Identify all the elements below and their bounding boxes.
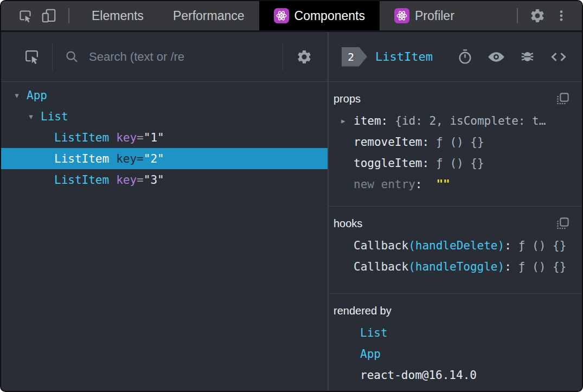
devtools-tabbar: Elements Performance Components [1,1,582,32]
owner-link-app[interactable]: App [334,343,574,364]
log-to-console-button[interactable] [519,48,536,65]
selected-component-name: ListItem [375,50,433,63]
search-icon [65,49,79,64]
select-element-button[interactable] [17,32,46,81]
component-name: List [41,110,68,123]
prop-row-new-entry[interactable]: new entry: "" [334,173,574,195]
prop-row-toggleitem: toggleItem: ƒ () {} [334,152,574,173]
tree-toolbar [1,32,328,82]
rendered-by-section: rendered by List App react-dom@16.14.0 [329,294,582,391]
copy-props-button[interactable] [555,92,570,106]
components-panel: ▾ App ▾ List ListItem key="1" ListItem k… [1,32,582,391]
tabbar-divider [517,8,518,23]
toolbar-divider [283,43,283,70]
details-pane: 2 ListItem [329,32,582,391]
key-attribute: key="1" [116,131,164,144]
owner-link-list[interactable]: List [334,322,574,343]
details-header: 2 ListItem [329,32,582,82]
more-options-button[interactable] [549,1,573,30]
expand-arrow-icon[interactable]: ▾ [27,112,35,121]
prop-value: ƒ () {} [436,157,484,170]
details-actions [457,48,568,66]
stopwatch-icon [457,48,473,65]
inspect-cursor-icon [18,9,33,23]
gear-icon [296,49,312,65]
inspect-dom-button[interactable] [487,48,505,66]
key-attribute: key="3" [116,173,164,187]
tab-performance[interactable]: Performance [158,1,259,30]
component-name: ListItem [54,173,109,187]
props-title: props [334,93,361,105]
hook-row-handletoggle: Callback(handleToggle): ƒ () {} [334,256,574,277]
owners-stack-badge[interactable]: 2 [342,47,367,67]
component-name: ListItem [54,152,109,165]
copy-hooks-button[interactable] [555,216,570,231]
kebab-menu-icon [554,9,568,23]
hooks-title: hooks [334,217,362,230]
component-name: App [27,89,47,102]
copy-icon [555,216,570,231]
devtools-window: Elements Performance Components [0,0,583,392]
tabbar-icon-group [1,1,77,30]
inspect-element-button[interactable] [13,1,37,30]
inspect-cursor-icon [23,48,40,65]
tabbar-right-group [509,1,582,30]
tab-elements[interactable]: Elements [77,1,158,30]
code-brackets-icon [549,48,568,66]
tab-label: Profiler [415,9,454,23]
tab-label: Elements [92,9,144,23]
prop-value: {id: 2, isComplete: t… [395,114,546,127]
renderer-version: react-dom@16.14.0 [334,364,574,385]
gear-icon [529,8,546,24]
key-attribute: key="2" [116,152,164,165]
suspend-toggle-button[interactable] [457,48,473,65]
tree-row-list[interactable]: ▾ List [1,106,328,127]
expand-arrow-icon[interactable]: ▸ [341,116,354,126]
tab-profiler[interactable]: Profiler [380,1,469,30]
device-toolbar-button[interactable] [37,1,61,30]
view-source-button[interactable] [549,48,568,66]
tree-row-app[interactable]: ▾ App [1,85,328,106]
bug-icon [519,48,536,65]
expand-arrow-icon[interactable]: ▾ [13,91,21,100]
props-section: props [329,82,582,207]
copy-icon [555,92,570,106]
tab-components[interactable]: Components [259,1,380,30]
react-icon [274,8,289,23]
prop-row-removeitem: removeItem: ƒ () {} [334,131,574,152]
hook-row-handledelete: Callback(handleDelete): ƒ () {} [334,235,574,256]
hooks-section: hooks [329,207,582,294]
tree-row-listitem-2-selected[interactable]: ListItem key="2" [1,148,328,169]
tree-pane: ▾ App ▾ List ListItem key="1" ListItem k… [1,32,329,391]
tabbar-divider [68,8,69,23]
hook-value: ƒ () {} [518,260,567,273]
settings-button[interactable] [526,1,549,30]
prop-value: ƒ () {} [436,136,484,149]
tab-label: Components [294,9,365,23]
component-name: ListItem [54,131,109,144]
tree-row-listitem-1[interactable]: ListItem key="1" [1,127,328,148]
prop-row-item[interactable]: ▸ item: {id: 2, isComplete: t… [334,110,574,131]
component-tree: ▾ App ▾ List ListItem key="1" ListItem k… [1,82,328,391]
rendered-by-title: rendered by [334,305,392,317]
eye-icon [487,48,505,66]
new-entry-value-input[interactable]: "" [436,178,450,191]
tree-settings-button[interactable] [296,49,312,65]
hook-value: ƒ () {} [518,239,567,252]
tab-label: Performance [173,9,245,23]
search-box [53,49,283,65]
search-input[interactable] [88,49,283,65]
device-toolbar-icon [41,8,57,24]
react-icon [394,8,409,23]
tree-row-listitem-3[interactable]: ListItem key="3" [1,169,328,190]
